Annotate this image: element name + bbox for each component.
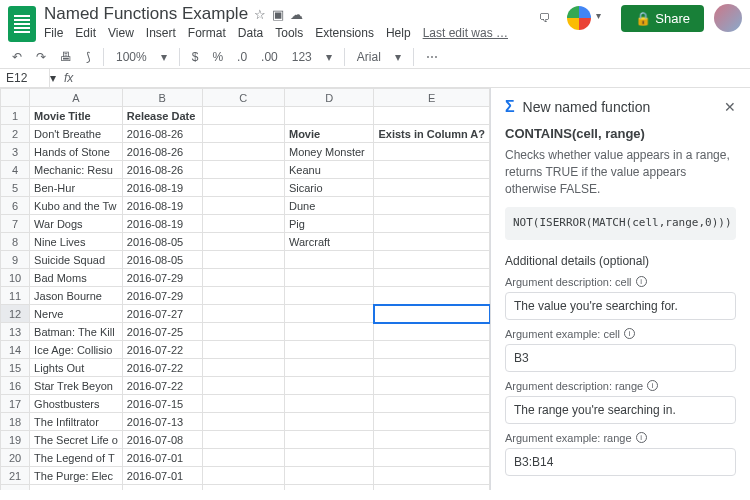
more-formats[interactable]: 123 [288, 48, 316, 66]
cell[interactable]: Movie Title [30, 107, 123, 125]
cell[interactable] [284, 449, 373, 467]
cell[interactable]: War Dogs [30, 215, 123, 233]
cell[interactable] [202, 431, 284, 449]
last-edit-link[interactable]: Last edit was … [423, 26, 508, 40]
cell[interactable] [202, 125, 284, 143]
cell[interactable]: Nine Lives [30, 233, 123, 251]
font-select[interactable]: Arial [353, 48, 385, 66]
cell[interactable] [284, 431, 373, 449]
cell[interactable] [374, 377, 490, 395]
cell[interactable] [284, 251, 373, 269]
cell[interactable]: Jason Bourne [30, 287, 123, 305]
cell[interactable] [202, 269, 284, 287]
cell[interactable]: Movie [284, 125, 373, 143]
row-header[interactable]: 18 [1, 413, 30, 431]
cell[interactable] [202, 413, 284, 431]
row-header[interactable]: 7 [1, 215, 30, 233]
column-header-E[interactable]: E [374, 89, 490, 107]
cell[interactable] [374, 179, 490, 197]
select-all-corner[interactable] [1, 89, 30, 107]
cell[interactable]: Ice Age: Collisio [30, 341, 123, 359]
cell[interactable]: Don't Breathe [30, 125, 123, 143]
cell[interactable] [202, 449, 284, 467]
cell[interactable]: Suicide Squad [30, 251, 123, 269]
column-header-C[interactable]: C [202, 89, 284, 107]
menu-file[interactable]: File [44, 26, 63, 40]
cell[interactable]: Warcraft [284, 233, 373, 251]
cell[interactable]: 2016-07-08 [122, 431, 202, 449]
cell[interactable] [374, 485, 490, 491]
cell[interactable]: Exists in Column A? [374, 125, 490, 143]
cell[interactable] [374, 413, 490, 431]
cell[interactable] [284, 269, 373, 287]
cell[interactable] [284, 341, 373, 359]
cell[interactable] [202, 485, 284, 491]
cell[interactable] [202, 143, 284, 161]
menu-data[interactable]: Data [238, 26, 263, 40]
row-header[interactable]: 3 [1, 143, 30, 161]
cell[interactable]: 2016-08-19 [122, 215, 202, 233]
cell[interactable] [374, 161, 490, 179]
cell[interactable] [202, 467, 284, 485]
cell[interactable] [374, 323, 490, 341]
cell[interactable]: Ben-Hur [30, 179, 123, 197]
menu-view[interactable]: View [108, 26, 134, 40]
row-header[interactable]: 15 [1, 359, 30, 377]
row-header[interactable]: 9 [1, 251, 30, 269]
cell[interactable]: 2016-07-29 [122, 269, 202, 287]
cell[interactable]: The Legend of T [30, 449, 123, 467]
star-icon[interactable]: ☆ [254, 7, 266, 22]
cell[interactable]: Bad Moms [30, 269, 123, 287]
cell[interactable] [284, 467, 373, 485]
cell[interactable] [202, 251, 284, 269]
formula-input[interactable] [81, 71, 750, 85]
cell[interactable]: 2016-08-05 [122, 251, 202, 269]
arg-ex-cell-input[interactable] [505, 344, 736, 372]
cell[interactable] [202, 305, 284, 323]
cell[interactable]: 2016-07-15 [122, 395, 202, 413]
cell[interactable]: The Infiltrator [30, 413, 123, 431]
meet-icon[interactable] [567, 6, 591, 30]
row-header[interactable]: 14 [1, 341, 30, 359]
cell[interactable]: Lights Out [30, 359, 123, 377]
row-header[interactable]: 22 [1, 485, 30, 491]
row-header[interactable]: 2 [1, 125, 30, 143]
info-icon[interactable]: i [624, 328, 635, 339]
cell[interactable]: 2016-07-29 [122, 287, 202, 305]
cell[interactable] [284, 485, 373, 491]
cell[interactable] [202, 395, 284, 413]
comment-history-icon[interactable]: 🗨 [533, 6, 557, 30]
close-icon[interactable]: ✕ [724, 99, 736, 115]
cell[interactable]: Star Trek Beyon [30, 377, 123, 395]
menu-help[interactable]: Help [386, 26, 411, 40]
row-header[interactable]: 21 [1, 467, 30, 485]
row-header[interactable]: 17 [1, 395, 30, 413]
increase-decimal[interactable]: .00 [257, 48, 282, 66]
cell[interactable] [202, 377, 284, 395]
cell[interactable]: Hands of Stone [30, 143, 123, 161]
menu-tools[interactable]: Tools [275, 26, 303, 40]
cell[interactable] [374, 107, 490, 125]
column-header-B[interactable]: B [122, 89, 202, 107]
cell[interactable] [202, 233, 284, 251]
row-header[interactable]: 1 [1, 107, 30, 125]
decrease-decimal[interactable]: .0 [233, 48, 251, 66]
cell[interactable]: Sicario [284, 179, 373, 197]
cell[interactable]: Dune [284, 197, 373, 215]
row-header[interactable]: 10 [1, 269, 30, 287]
cell[interactable]: 2016-07-27 [122, 305, 202, 323]
row-header[interactable]: 6 [1, 197, 30, 215]
cell[interactable]: 2016-08-05 [122, 233, 202, 251]
cell[interactable] [374, 431, 490, 449]
cell[interactable]: 2016-08-26 [122, 125, 202, 143]
document-title[interactable]: Named Functions Example [44, 4, 248, 24]
cell[interactable]: 2016-07-22 [122, 341, 202, 359]
menu-insert[interactable]: Insert [146, 26, 176, 40]
cell[interactable]: The Purge: Elec [30, 467, 123, 485]
cell[interactable] [284, 305, 373, 323]
format-percent[interactable]: % [208, 48, 227, 66]
cell[interactable] [284, 323, 373, 341]
sheets-logo-icon[interactable] [8, 6, 36, 42]
redo-icon[interactable]: ↷ [32, 48, 50, 66]
column-header-A[interactable]: A [30, 89, 123, 107]
